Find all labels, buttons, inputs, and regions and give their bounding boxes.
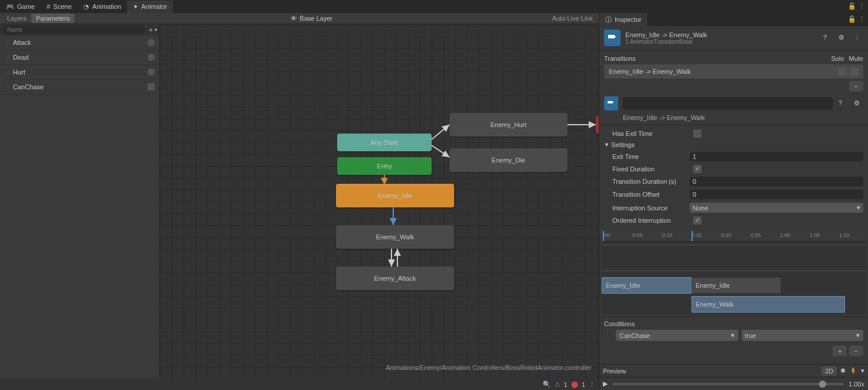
transition-duration-label: Transition Duration (s)	[604, 178, 690, 185]
remove-transition-button[interactable]: −	[849, 81, 863, 92]
transition-name-display: Enemy_Idle -> Enemy_Walk	[599, 113, 868, 125]
transition-duration-field[interactable]: 0	[690, 177, 863, 186]
chevron-down-icon: ▾	[731, 332, 735, 339]
lock-icon[interactable]: 🔓	[848, 15, 856, 24]
fixed-duration-checkbox[interactable]	[693, 165, 701, 173]
condition-value-dropdown[interactable]: true▾	[742, 330, 864, 341]
timeline-end-marker[interactable]	[691, 231, 693, 241]
parameters-panel: ＋▾ ⋮⋮Attack ⋮⋮Dead ⋮⋮Hurt ⋮⋮CanChase	[0, 24, 160, 379]
transition-name-input[interactable]	[623, 98, 833, 109]
ordered-interruption-label: Ordered Interruption	[604, 217, 690, 224]
animator-icon: ✦	[133, 3, 138, 11]
speed-value: 1.00x	[849, 381, 864, 388]
help-icon[interactable]: ?	[838, 99, 847, 108]
play-button[interactable]: ▶	[603, 380, 608, 388]
transition-subtitle: 1 AnimatorTransitionBase	[625, 38, 817, 45]
node-any-state[interactable]: Any State	[337, 134, 432, 151]
node-entry[interactable]: Entry	[337, 157, 432, 175]
help-icon[interactable]: ?	[823, 34, 831, 42]
settings-icon[interactable]: ⚙	[838, 34, 847, 42]
transition-offset-field[interactable]: 0	[690, 190, 863, 199]
avatar-icon[interactable]: 🧍	[849, 367, 857, 375]
menu-icon[interactable]: ⋮	[854, 34, 862, 42]
info-icon: ⓘ	[605, 15, 612, 24]
timeline-ruler[interactable]: :00 0:05 0:10 0:15 0:20 0:25 1:00 1:05 1…	[602, 231, 866, 242]
solo-checkbox[interactable]	[838, 67, 847, 76]
subtab-layers[interactable]: Layers	[2, 14, 31, 23]
solo-label: Solo	[831, 55, 844, 62]
search-input[interactable]	[2, 25, 145, 34]
preview-label[interactable]: Preview	[603, 368, 626, 375]
lock-icon[interactable]: 🔓	[848, 2, 856, 11]
anim-icon: ◔	[83, 3, 89, 11]
scene-icon: #	[47, 3, 50, 10]
add-parameter-button[interactable]: ＋▾	[148, 25, 157, 34]
add-condition-button[interactable]: ＋	[833, 346, 847, 356]
has-exit-checkbox[interactable]	[693, 129, 701, 138]
node-die[interactable]: Enemy_Die	[449, 148, 567, 172]
transition-row[interactable]: Enemy_Idle -> Enemy_Walk	[604, 64, 863, 79]
breadcrumb[interactable]: Base Layer	[300, 15, 333, 22]
menu-icon[interactable]: ⋮	[859, 15, 867, 24]
warning-icon[interactable]: ⚠	[554, 381, 560, 388]
ordered-interruption-checkbox	[693, 216, 701, 225]
menu-icon[interactable]: ⋮	[859, 2, 867, 11]
timeline-track	[602, 245, 866, 271]
svg-line-0	[432, 125, 449, 139]
gear-icon[interactable]: ⚙	[854, 99, 862, 108]
subtab-parameters[interactable]: Parameters	[31, 14, 74, 23]
chevron-down-icon: ▾	[857, 204, 860, 212]
node-idle[interactable]: Enemy_Idle	[336, 184, 454, 207]
node-walk[interactable]: Enemy_Walk	[336, 225, 454, 249]
speed-slider[interactable]	[612, 383, 844, 385]
menu-icon[interactable]: ⋮	[589, 381, 595, 388]
error-icon[interactable]: ⬤	[571, 381, 578, 388]
trigger-indicator[interactable]	[148, 54, 155, 61]
drag-icon: ⋮⋮	[5, 40, 9, 46]
tab-animation[interactable]: ◔Animation	[77, 1, 127, 13]
timeline-clip[interactable]: Enemy_Idle	[691, 277, 781, 294]
animator-graph[interactable]: Any State Entry Enemy_Idle Enemy_Hurt En…	[160, 24, 599, 379]
search-icon[interactable]: 🔍	[543, 381, 551, 388]
trigger-indicator[interactable]	[148, 39, 155, 46]
param-item[interactable]: ⋮⋮CanChase	[0, 80, 159, 95]
mute-label: Mute	[849, 55, 863, 62]
param-item[interactable]: ⋮⋮Hurt	[0, 65, 159, 80]
mute-checkbox[interactable]	[850, 67, 859, 76]
param-item[interactable]: ⋮⋮Attack	[0, 35, 159, 50]
timeline-start-marker[interactable]	[603, 231, 604, 241]
transition-icon	[604, 96, 618, 110]
chevron-down-icon: ▾	[155, 27, 157, 32]
foldout-icon[interactable]: ▼	[604, 142, 609, 148]
light-icon[interactable]: ✱	[840, 367, 846, 375]
transition-timeline[interactable]: :00 0:05 0:10 0:15 0:20 0:25 1:00 1:05 1…	[602, 231, 866, 314]
tab-game[interactable]: 🎮Game	[0, 1, 41, 13]
chevron-down-icon[interactable]: ▾	[861, 367, 864, 375]
interruption-source-dropdown[interactable]: None▾	[690, 203, 863, 213]
condition-param-dropdown[interactable]: CanChase▾	[616, 330, 738, 341]
exit-time-field[interactable]: 1	[690, 152, 863, 161]
2d-toggle[interactable]: 2D	[821, 366, 837, 376]
node-hurt[interactable]: Enemy_Hurt	[449, 113, 567, 136]
node-attack[interactable]: Enemy_Attack	[336, 266, 454, 290]
timeline-clip[interactable]: Enemy_Walk	[691, 296, 845, 313]
remove-condition-button[interactable]: −	[849, 346, 863, 356]
conditions-label: Conditions	[604, 320, 863, 327]
tab-scene[interactable]: #Scene	[41, 1, 77, 12]
asset-path: Animations/Enemy/Animation Controllers/B…	[386, 364, 592, 371]
slider-handle[interactable]	[819, 381, 826, 388]
tab-animator[interactable]: ✦Animator	[127, 1, 173, 13]
animator-subbar: Layers Parameters 👁 Base Layer Auto Live…	[0, 13, 599, 24]
transition-offset-label: Transition Offset	[604, 191, 690, 198]
param-item[interactable]: ⋮⋮Dead	[0, 50, 159, 65]
drag-icon: ⋮⋮	[5, 84, 9, 90]
tab-inspector[interactable]: ⓘInspector	[599, 13, 647, 27]
node-exit[interactable]: Exit	[596, 116, 599, 134]
main-tabs: 🎮Game #Scene ◔Animation ✦Animator 🔓 ⋮	[0, 0, 868, 13]
transition-icon	[604, 30, 621, 46]
auto-live-link[interactable]: Auto Live Link	[549, 14, 596, 23]
timeline-clip[interactable]: Enemy_Idle	[602, 277, 691, 294]
trigger-indicator[interactable]	[148, 69, 155, 76]
bool-checkbox[interactable]	[148, 83, 155, 90]
eye-icon[interactable]: 👁	[291, 15, 297, 22]
